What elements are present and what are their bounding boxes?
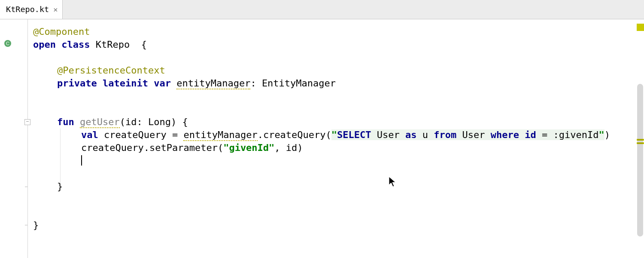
close-icon[interactable]: ✕ [53,6,58,13]
tab-bar: KtRepo.kt ✕ [0,0,644,19]
string-quote: " [331,129,337,140]
keyword-lateinit: lateinit [103,78,148,89]
sql-text [519,129,525,140]
sql-text: User [371,129,405,140]
keyword-class: class [61,39,90,50]
string: "givenId" [223,142,274,153]
sql-keyword: as [405,129,417,140]
class-name: KtRepo [96,39,130,50]
keyword-open: open [33,39,56,50]
svg-text:C: C [6,41,9,46]
code-editor[interactable]: @Component open class KtRepo { @Persiste… [28,19,636,258]
gutter: C [0,19,28,258]
string-quote: " [598,129,604,140]
function-name: getUser [80,117,120,128]
tab-filename-label: KtRepo.kt [6,3,49,16]
scrollbar-thumb[interactable] [637,84,643,236]
local-var: createQuery [104,129,167,140]
keyword-var: var [154,78,171,89]
code: , id) [274,142,303,153]
ref-entityManager: entityManager [183,129,257,141]
close-paren: ) [605,129,610,140]
colon: : [250,78,262,89]
overview-ruler[interactable] [636,19,644,258]
keyword-val: val [81,129,98,140]
kotlin-class-icon: C [3,39,12,48]
scrollbar-track[interactable] [637,84,643,236]
brace: { [141,39,147,50]
brace: } [57,181,63,192]
params: (id: Long) { [120,117,188,127]
analysis-status-icon[interactable] [637,24,644,31]
tab-ktrepo[interactable]: KtRepo.kt ✕ [0,0,63,19]
editor-window: KtRepo.kt ✕ C @Component open class KtRe… [0,0,644,258]
sql-keyword: id [525,129,536,140]
brace: } [33,220,39,230]
sql-text: User [456,129,490,140]
equals: = [167,129,184,140]
type-name: EntityManager [262,78,336,89]
annotation: @Component [33,26,90,37]
editor-area[interactable]: C @Component open class KtRepo { @Persis… [0,19,644,258]
annotation: @PersistenceContext [57,65,165,76]
sql-keyword: SELECT [337,129,371,140]
text-caret [81,155,82,166]
code: createQuery.setParameter( [81,142,223,153]
keyword-fun: fun [57,117,74,127]
sql-keyword: from [434,129,456,140]
method-call: .createQuery( [258,129,331,140]
sql-keyword: where [491,129,519,140]
keyword-private: private [57,78,97,89]
sql-text: u [417,129,434,140]
sql-text: = :givenId [536,129,599,140]
field-entityManager: entityManager [176,78,250,89]
